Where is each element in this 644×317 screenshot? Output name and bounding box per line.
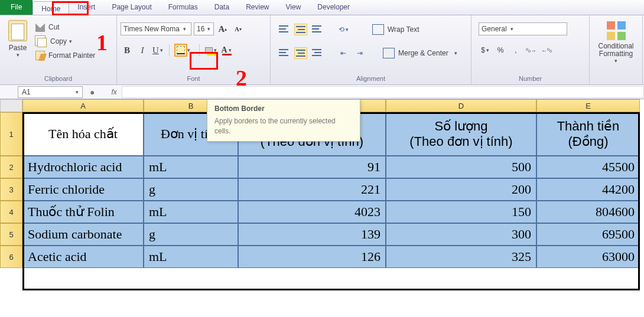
row-header-2[interactable]: 2 [0, 156, 22, 178]
shrink-font-button[interactable]: A▾ [232, 22, 245, 35]
wrap-text-button[interactable]: Wrap Text [369, 23, 423, 36]
cut-button[interactable]: Cut [32, 20, 99, 34]
table-row: Thuốc thử Folin mL 4023 150 804600 [22, 201, 644, 223]
cell-B5[interactable]: g [144, 223, 238, 246]
tooltip-title: Bottom Border [214, 104, 353, 113]
cell-D4[interactable]: 150 [386, 201, 536, 223]
chevron-down-icon: ▾ [182, 26, 188, 32]
cell-B4[interactable]: mL [144, 201, 238, 223]
number-format-value: General [482, 25, 507, 33]
row-header-5[interactable]: 5 [0, 223, 22, 246]
align-right-button[interactable] [311, 47, 324, 59]
row-header-6[interactable]: 6 [0, 246, 22, 268]
increase-decimal-icon: ⁰₀→ [526, 47, 536, 54]
cell-C5[interactable]: 139 [238, 223, 386, 246]
row-header-4[interactable]: 4 [0, 201, 22, 223]
formula-input[interactable] [122, 86, 644, 98]
cell-D2[interactable]: 500 [386, 156, 536, 178]
copy-label: Copy [50, 37, 67, 45]
cell-A2[interactable]: Hydrochloric acid [22, 156, 144, 178]
tab-review[interactable]: Review [238, 0, 277, 15]
percent-button[interactable]: % [494, 44, 507, 57]
cell-A1[interactable]: Tên hóa chất [22, 112, 144, 156]
insert-function-button[interactable]: fx [111, 88, 116, 96]
borders-button[interactable]: ▾ [174, 44, 187, 57]
align-left-button[interactable] [278, 47, 291, 59]
col-header-E[interactable]: E [536, 99, 640, 112]
align-center-button[interactable] [294, 47, 307, 59]
font-color-button[interactable]: A▾ [220, 44, 233, 57]
copy-button[interactable]: Copy▾ [32, 34, 99, 48]
cell-E1[interactable]: Thành tiền(Đồng) [536, 112, 640, 156]
cell-E2[interactable]: 45500 [536, 156, 640, 178]
row-header-1[interactable]: 1 [0, 112, 22, 156]
bold-button[interactable]: B [121, 44, 134, 57]
comma-button[interactable]: , [509, 44, 522, 57]
orientation-button[interactable]: ⟲▾ [337, 24, 350, 35]
underline-button[interactable]: U▾ [151, 44, 164, 57]
cell-E3[interactable]: 44200 [536, 178, 640, 201]
cell-B2[interactable]: mL [144, 156, 238, 178]
underline-icon: U [152, 45, 159, 55]
format-painter-button[interactable]: Format Painter [32, 48, 99, 63]
tab-view[interactable]: View [278, 0, 310, 15]
tab-developer[interactable]: Developer [309, 0, 358, 15]
tab-page-layout[interactable]: Page Layout [103, 0, 160, 15]
number-format-combo[interactable]: General▾ [479, 22, 567, 35]
cell-A6[interactable]: Acetic acid [22, 246, 144, 268]
percent-icon: % [497, 46, 504, 54]
cell-C3[interactable]: 221 [238, 178, 386, 201]
cell-C2[interactable]: 91 [238, 156, 386, 178]
row-header-3[interactable]: 3 [0, 178, 22, 201]
col-header-A[interactable]: A [22, 99, 144, 112]
align-top-button[interactable] [278, 24, 291, 35]
tab-insert[interactable]: Insert [69, 0, 103, 15]
cell-C4[interactable]: 4023 [238, 201, 386, 223]
cell-B6[interactable]: mL [144, 246, 238, 268]
decrease-decimal-button[interactable]: ←⁰₀ [540, 44, 553, 57]
copy-icon [37, 38, 47, 47]
tab-file[interactable]: File [0, 0, 32, 15]
cell-D3[interactable]: 200 [386, 178, 536, 201]
tab-formulas[interactable]: Formulas [160, 0, 206, 15]
group-title-styles [593, 81, 639, 83]
align-bottom-button[interactable] [311, 24, 324, 35]
tab-home[interactable]: Home [32, 1, 69, 15]
fill-color-button[interactable]: ▾ [204, 44, 217, 57]
cell-A4[interactable]: Thuốc thử Folin [22, 201, 144, 223]
italic-button[interactable]: I [136, 44, 149, 57]
wrap-text-icon [372, 24, 384, 35]
cell-A3[interactable]: Ferric chloride [22, 178, 144, 201]
currency-icon: $ [481, 46, 485, 54]
font-name-combo[interactable]: Times New Roma▾ [121, 22, 191, 35]
font-size-combo[interactable]: 16▾ [194, 22, 214, 35]
formula-bar: A1▾ ● fx [0, 85, 644, 99]
name-box[interactable]: A1▾ [18, 86, 83, 98]
cell-D5[interactable]: 300 [386, 223, 536, 246]
conditional-formatting-button[interactable]: Conditional Formatting ▾ [593, 18, 639, 81]
fill-icon [205, 47, 213, 53]
grow-font-button[interactable]: A▴ [216, 22, 229, 35]
increase-decimal-button[interactable]: ⁰₀→ [525, 44, 538, 57]
merge-center-button[interactable]: Merge & Center▾ [379, 47, 461, 60]
align-middle-button[interactable] [294, 24, 307, 35]
cell-D6[interactable]: 325 [386, 246, 536, 268]
paste-button[interactable]: Paste ▾ [4, 18, 32, 74]
group-number: General▾ $▾ % , ⁰₀→ ←⁰₀ Number [471, 15, 590, 84]
col-header-D[interactable]: D [386, 99, 536, 112]
cell-A5[interactable]: Sodium carbonate [22, 223, 144, 246]
bold-icon: B [124, 45, 130, 55]
cell-B3[interactable]: g [144, 178, 238, 201]
select-all-corner[interactable] [0, 99, 22, 112]
cell-D1[interactable]: Số lượng(Theo đơn vị tính) [386, 112, 536, 156]
increase-indent-button[interactable]: ⇥ [353, 47, 366, 59]
tab-data[interactable]: Data [206, 0, 238, 15]
decrease-indent-button[interactable]: ⇤ [337, 47, 350, 59]
currency-button[interactable]: $▾ [479, 44, 492, 57]
cell-C6[interactable]: 126 [238, 246, 386, 268]
format-painter-label: Format Painter [48, 51, 95, 60]
cell-E4[interactable]: 804600 [536, 201, 640, 223]
cell-E6[interactable]: 63000 [536, 246, 640, 268]
paste-label: Paste [9, 44, 27, 52]
cell-E5[interactable]: 69500 [536, 223, 640, 246]
